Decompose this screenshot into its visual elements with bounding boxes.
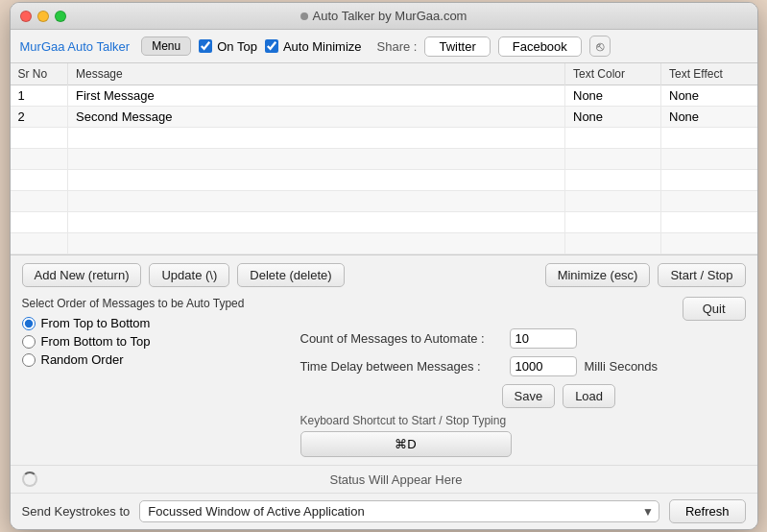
- share-label: Share :: [377, 39, 418, 54]
- on-top-label: On Top: [217, 39, 257, 54]
- col-header-message: Message: [68, 63, 565, 85]
- col-header-texteffect: Text Effect: [661, 63, 757, 85]
- quit-button[interactable]: Quit: [683, 297, 746, 321]
- cell-message: [68, 170, 565, 191]
- table-row[interactable]: [11, 128, 757, 149]
- delay-input[interactable]: [510, 356, 577, 376]
- table-row[interactable]: [11, 191, 757, 212]
- count-label: Count of Messages to Automate :: [300, 331, 502, 346]
- twitter-button[interactable]: Twitter: [424, 36, 490, 57]
- save-load-row: Save Load: [502, 384, 746, 408]
- on-top-checkbox[interactable]: [199, 39, 212, 53]
- cell-srno: [11, 212, 68, 233]
- send-select-wrapper: Focussed Window of Active Application ▼: [139, 500, 659, 522]
- auto-minimize-group: Auto Minimize: [265, 39, 362, 54]
- refresh-button[interactable]: Refresh: [669, 499, 746, 523]
- fullscreen-button[interactable]: [55, 11, 66, 22]
- order-bottom-to-top[interactable]: From Bottom to Top: [22, 334, 281, 349]
- bottom-section: Add New (return) Update (\) Delete (dele…: [11, 255, 757, 465]
- minimize-button[interactable]: [37, 11, 49, 22]
- count-row: Count of Messages to Automate :: [300, 328, 746, 349]
- table-row[interactable]: [11, 212, 757, 233]
- order-radio-group: From Top to Bottom From Bottom to Top Ra…: [22, 316, 281, 367]
- count-input[interactable]: [510, 328, 577, 349]
- send-keystrokes-select[interactable]: Focussed Window of Active Application: [139, 500, 659, 522]
- save-button[interactable]: Save: [502, 384, 556, 408]
- start-stop-button[interactable]: Start / Stop: [658, 263, 745, 287]
- minimize-esc-button[interactable]: Minimize (esc): [545, 263, 651, 287]
- cell-srno: 1: [11, 85, 68, 107]
- cell-textcolor: [565, 128, 661, 149]
- cell-srno: [11, 149, 68, 170]
- cell-texteffect: [661, 212, 757, 233]
- cell-textcolor: [565, 149, 661, 170]
- cell-message: First Message: [68, 85, 565, 107]
- cell-texteffect: [661, 233, 757, 254]
- cell-message: [68, 149, 565, 170]
- traffic-lights: [20, 11, 66, 22]
- message-table: Sr No Message Text Color Text Effect 1 F…: [11, 63, 757, 254]
- titlebar: Auto Talker by MurGaa.com: [11, 3, 757, 30]
- cell-srno: [11, 170, 68, 191]
- cell-texteffect: None: [661, 85, 757, 107]
- cell-message: [68, 128, 565, 149]
- order-random-radio[interactable]: [22, 353, 36, 367]
- message-table-container: Sr No Message Text Color Text Effect 1 F…: [11, 63, 757, 255]
- cell-message: [68, 233, 565, 254]
- send-keystrokes-label: Send Keystrokes to: [22, 504, 131, 519]
- right-panel: Quit Count of Messages to Automate : Tim…: [281, 297, 746, 457]
- auto-minimize-checkbox[interactable]: [265, 39, 278, 53]
- load-button[interactable]: Load: [563, 384, 615, 408]
- add-new-button[interactable]: Add New (return): [22, 263, 142, 287]
- order-bottom-to-top-radio[interactable]: [22, 335, 36, 349]
- share-icon-button[interactable]: ⎋: [589, 36, 611, 57]
- cell-srno: 2: [11, 107, 68, 128]
- cell-textcolor: [565, 170, 661, 191]
- cell-message: [68, 191, 565, 212]
- cell-srno: [11, 128, 68, 149]
- cell-srno: [11, 233, 68, 254]
- ms-label: Milli Seconds: [585, 359, 659, 374]
- action-buttons-row: Add New (return) Update (\) Delete (dele…: [22, 263, 746, 287]
- table-row[interactable]: [11, 149, 757, 170]
- shortcut-section: Keyboard Shortcut to Start / Stop Typing…: [300, 414, 746, 457]
- cell-texteffect: None: [661, 107, 757, 128]
- cell-textcolor: [565, 233, 661, 254]
- status-text: Status Will Appear Here: [47, 472, 746, 487]
- delay-label: Time Delay between Messages :: [300, 359, 502, 374]
- order-top-to-bottom[interactable]: From Top to Bottom: [22, 316, 281, 330]
- table-row[interactable]: [11, 170, 757, 191]
- delay-row: Time Delay between Messages : Milli Seco…: [300, 356, 746, 376]
- facebook-button[interactable]: Facebook: [498, 36, 582, 57]
- shortcut-label: Keyboard Shortcut to Start / Stop Typing: [300, 414, 746, 427]
- close-button[interactable]: [20, 11, 32, 22]
- cell-textcolor: [565, 191, 661, 212]
- shortcut-button[interactable]: ⌘D: [300, 431, 512, 457]
- col-header-textcolor: Text Color: [565, 63, 661, 85]
- options-row: Select Order of Messages to be Auto Type…: [22, 297, 746, 457]
- cell-texteffect: [661, 149, 757, 170]
- on-top-group: On Top: [199, 39, 257, 54]
- table-row[interactable]: 1 First Message None None: [11, 85, 757, 107]
- order-section: Select Order of Messages to be Auto Type…: [22, 297, 281, 367]
- status-bar: Status Will Appear Here: [11, 465, 757, 493]
- update-button[interactable]: Update (\): [149, 263, 229, 287]
- table-row[interactable]: 2 Second Message None None: [11, 107, 757, 128]
- cell-texteffect: [661, 128, 757, 149]
- toolbar: MurGaa Auto Talker Menu On Top Auto Mini…: [11, 30, 757, 63]
- spinner-icon: [22, 472, 37, 487]
- auto-minimize-label: Auto Minimize: [283, 39, 362, 54]
- table-header-row: Sr No Message Text Color Text Effect: [11, 63, 757, 85]
- app-name-label: MurGaa Auto Talker: [20, 39, 131, 54]
- delete-button[interactable]: Delete (delete): [237, 263, 344, 287]
- main-window: Auto Talker by MurGaa.com MurGaa Auto Ta…: [10, 2, 758, 530]
- order-random[interactable]: Random Order: [22, 352, 281, 367]
- order-top-to-bottom-radio[interactable]: [22, 317, 36, 330]
- cell-texteffect: [661, 191, 757, 212]
- table-row[interactable]: [11, 233, 757, 254]
- menu-button[interactable]: Menu: [141, 36, 191, 56]
- window-title: Auto Talker by MurGaa.com: [300, 9, 467, 23]
- order-title: Select Order of Messages to be Auto Type…: [22, 297, 281, 310]
- send-keystrokes-bar: Send Keystrokes to Focussed Window of Ac…: [11, 493, 757, 529]
- cell-textcolor: None: [565, 107, 661, 128]
